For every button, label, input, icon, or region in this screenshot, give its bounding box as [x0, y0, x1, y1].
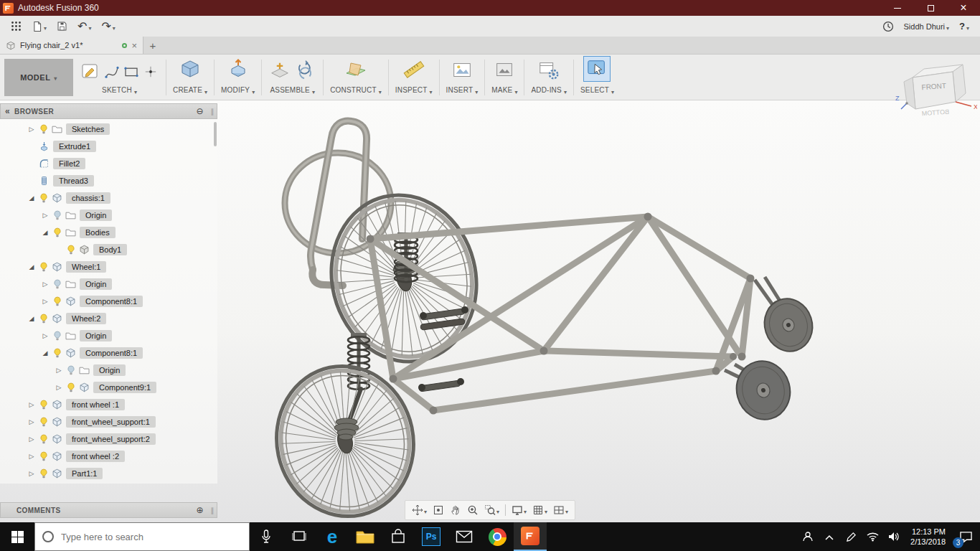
file-explorer-icon[interactable]: [349, 522, 382, 551]
tree-item-chassis-1[interactable]: ◢chassis:1: [0, 189, 217, 207]
visibility-bulb-icon[interactable]: [51, 348, 64, 358]
tree-item-front-wheel-2[interactable]: ▷front wheel :2: [0, 448, 217, 465]
tree-item-front-wheel-support-2[interactable]: ▷front_wheel_support:2: [0, 430, 217, 448]
point-tool-icon[interactable]: [142, 62, 159, 82]
construct-icon[interactable]: [344, 57, 368, 82]
visibility-bulb-icon[interactable]: [37, 262, 50, 272]
tree-item-fillet2[interactable]: Fillet2: [0, 155, 217, 172]
tree-item-origin[interactable]: ▷Origin: [0, 207, 217, 224]
chrome-icon[interactable]: [481, 522, 514, 551]
assemble-menu[interactable]: ASSEMBLE: [270, 84, 315, 97]
expand-icon[interactable]: ▷: [26, 418, 37, 425]
expand-icon[interactable]: ▷: [39, 298, 51, 305]
expand-icon[interactable]: ▷: [53, 367, 65, 374]
visibility-bulb-icon[interactable]: [51, 210, 64, 220]
tree-item-origin[interactable]: ▷Origin: [0, 362, 217, 379]
visibility-bulb-icon[interactable]: [51, 296, 64, 306]
collapse-icon[interactable]: ◢: [39, 229, 51, 236]
tree-item-label[interactable]: Body1: [93, 244, 127, 255]
tree-item-origin[interactable]: ▷Origin: [0, 327, 217, 344]
people-icon[interactable]: [797, 522, 819, 551]
tree-item-label[interactable]: Wheel:2: [66, 313, 106, 324]
grid-snap-icon[interactable]: [530, 502, 550, 518]
new-tab-button[interactable]: [143, 37, 162, 54]
tree-item-front-wheel-1[interactable]: ▷front wheel :1: [0, 396, 217, 413]
visibility-bulb-icon[interactable]: [65, 245, 77, 255]
visibility-bulb-icon[interactable]: [37, 434, 50, 444]
tab-close-icon[interactable]: [131, 39, 137, 52]
file-menu-button[interactable]: [28, 19, 50, 34]
collapse-panel-icon[interactable]: [1, 106, 14, 116]
windows-ink-pen-icon[interactable]: [840, 522, 862, 551]
user-account-menu[interactable]: Siddh Dhuri: [900, 19, 953, 34]
help-menu[interactable]: ?: [956, 19, 973, 34]
tree-item-part1-1[interactable]: ▷Part1:1: [0, 465, 217, 482]
undo-button[interactable]: ↶: [74, 19, 95, 34]
app-grid-icon[interactable]: [7, 19, 25, 33]
expand-comments-icon[interactable]: [197, 505, 204, 515]
viewports-icon[interactable]: [551, 502, 570, 518]
search-input[interactable]: [60, 531, 242, 543]
visibility-bulb-icon[interactable]: [37, 193, 50, 203]
expand-icon[interactable]: ▷: [26, 401, 37, 408]
hide-panel-icon[interactable]: [197, 106, 204, 116]
visibility-bulb-icon[interactable]: [37, 417, 50, 427]
tree-item-bodies[interactable]: ◢Bodies: [0, 224, 217, 241]
visibility-bulb-icon[interactable]: [37, 451, 50, 461]
minimize-button[interactable]: [881, 0, 914, 16]
inspect-icon[interactable]: [402, 57, 426, 82]
tree-item-label[interactable]: Origin: [80, 330, 112, 342]
3d-viewport[interactable]: BROWSER ▷SketchesExtrude1Fillet2Thread3◢…: [0, 100, 980, 522]
new-component-icon[interactable]: [268, 59, 291, 82]
visibility-bulb-icon[interactable]: [51, 331, 64, 341]
close-button[interactable]: [947, 0, 980, 16]
rectangle-tool-icon[interactable]: [123, 62, 140, 82]
make-menu[interactable]: MAKE: [491, 84, 517, 97]
tree-item-label[interactable]: Sketches: [66, 123, 110, 135]
expand-icon[interactable]: ▷: [39, 212, 51, 219]
save-button[interactable]: [53, 19, 71, 33]
comments-header[interactable]: COMMENTS: [0, 502, 217, 518]
expand-icon[interactable]: ▷: [26, 453, 37, 460]
expand-icon[interactable]: ▷: [53, 384, 65, 391]
visibility-bulb-icon[interactable]: [37, 400, 50, 410]
tree-item-label[interactable]: front wheel :2: [66, 451, 125, 462]
collapse-icon[interactable]: ◢: [26, 194, 37, 202]
inspect-menu[interactable]: INSPECT: [395, 84, 433, 97]
panel-grip-icon[interactable]: [211, 108, 215, 116]
action-center-button[interactable]: 3: [951, 522, 980, 551]
tree-item-origin[interactable]: ▷Origin: [0, 276, 217, 293]
store-icon[interactable]: [382, 522, 415, 551]
add-ins-icon[interactable]: [537, 59, 560, 82]
viewcube-bottom-face[interactable]: BOTTOM: [921, 108, 949, 118]
select-icon[interactable]: [583, 56, 611, 82]
expand-icon[interactable]: ▷: [26, 126, 37, 133]
tree-item-label[interactable]: Origin: [80, 209, 112, 221]
joint-icon[interactable]: [293, 59, 316, 82]
start-button[interactable]: [0, 522, 34, 551]
create-menu[interactable]: CREATE: [173, 84, 207, 97]
modify-icon[interactable]: [226, 57, 250, 82]
microphone-icon[interactable]: [250, 522, 283, 551]
photoshop-icon[interactable]: Ps: [415, 522, 448, 551]
zoom-window-icon[interactable]: [482, 502, 501, 518]
tree-item-label[interactable]: Fillet2: [53, 158, 85, 169]
collapse-icon[interactable]: ◢: [26, 263, 37, 270]
tree-item-sketches[interactable]: ▷Sketches: [0, 121, 217, 138]
add-ins-menu[interactable]: ADD-INS: [531, 84, 567, 97]
display-settings-icon[interactable]: [509, 502, 529, 518]
mail-icon[interactable]: [448, 522, 481, 551]
visibility-bulb-icon[interactable]: [37, 124, 50, 134]
visibility-bulb-icon[interactable]: [51, 279, 64, 289]
taskbar-clock[interactable]: 12:13 PM 2/13/2018: [905, 527, 951, 547]
collapse-icon[interactable]: ◢: [39, 349, 51, 357]
visibility-bulb-icon[interactable]: [65, 365, 77, 375]
task-view-icon[interactable]: [283, 522, 316, 551]
tree-item-label[interactable]: chassis:1: [66, 192, 110, 204]
tree-item-label[interactable]: front_wheel_support:2: [66, 433, 156, 445]
edge-icon[interactable]: e: [316, 522, 349, 551]
workspace-selector[interactable]: MODEL: [4, 59, 73, 96]
tree-item-component8-1[interactable]: ▷Component8:1: [0, 293, 217, 310]
create-sketch-icon[interactable]: [80, 60, 101, 82]
expand-icon[interactable]: ▷: [39, 332, 51, 339]
